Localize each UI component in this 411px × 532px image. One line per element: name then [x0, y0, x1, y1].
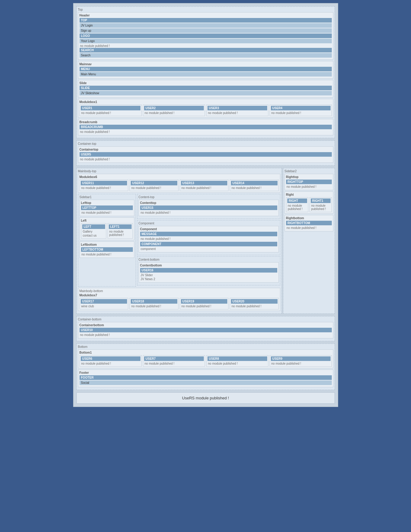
- user7-text: no module published !: [144, 362, 204, 366]
- footer-title: Footer: [80, 371, 332, 374]
- component-text: component: [140, 247, 277, 251]
- user6-bar: USER6: [81, 356, 140, 361]
- user7-cell: USER7 no module published !: [143, 355, 205, 367]
- mainbody-top-row: Mainbody-top Modulebox6 USER11 no module…: [76, 168, 335, 314]
- containertop-title: Containertop: [80, 148, 332, 151]
- left-cell: LEFT Gallery contact us: [81, 223, 106, 239]
- user8-cell: USER8 no module published !: [206, 355, 268, 367]
- left-box: Left LEFT Gallery contact us LEFT1 no mo…: [80, 217, 134, 240]
- user18-bar: USER18: [131, 299, 177, 304]
- search-text[interactable]: Search: [80, 53, 332, 58]
- user6-text: no module published !: [81, 362, 140, 366]
- sidebar1-label: Sidebar1: [80, 195, 134, 199]
- contenttop-box: Contenttop USER15 no module published !: [139, 200, 279, 216]
- right1-cell: RIGHT1 no module published !: [310, 197, 332, 212]
- right1-text: no module published !: [311, 204, 331, 211]
- footer-bar: FOOTER: [80, 375, 332, 380]
- rightbottom-text: no module published !: [286, 226, 332, 230]
- component-section: Component Component MESSAGE no module pu…: [137, 220, 280, 255]
- user13-bar: USER13: [181, 181, 228, 185]
- user19-cell: USER19 no module published !: [180, 298, 229, 309]
- user13-text: no module published !: [181, 186, 228, 190]
- user8-bar: USER8: [207, 356, 267, 361]
- user8-text: no module published !: [207, 362, 267, 366]
- user9-cell: USER9 no module published !: [270, 355, 332, 367]
- user1-bar: USER1: [81, 106, 140, 110]
- righttop-box: Righttop RIGHTTOP no module published !: [285, 174, 333, 190]
- user18-text: no module published !: [131, 304, 177, 308]
- left-item1[interactable]: Gallery: [82, 230, 105, 234]
- lefttop-box: Lefttop LEFTTOP no module published !: [80, 200, 134, 216]
- container-bottom-label: Container-bottom: [78, 318, 333, 321]
- sign-up[interactable]: Sign up: [80, 28, 332, 33]
- user16-item1: JV Slider: [140, 273, 277, 277]
- right-box: Right RIGHT no module published ! RIGHT1…: [285, 191, 333, 214]
- lefttop-title: Lefttop: [81, 201, 133, 205]
- leftbottom-bar: LEFTBOTTOM: [81, 247, 133, 252]
- slide-bar: SLIDE: [80, 86, 332, 90]
- container-top-label: Container-top: [78, 142, 333, 145]
- right-users-row: RIGHT no module published ! RIGHT1 no mo…: [286, 197, 332, 212]
- right-cell: RIGHT no module published !: [286, 197, 308, 212]
- user12-cell: USER12 no module published !: [129, 180, 179, 191]
- breadcrumb-text: no module published !: [80, 130, 332, 134]
- righttop-title: Righttop: [286, 175, 332, 179]
- jv-slideshow: JV Slideshow: [80, 91, 332, 95]
- user2-bar: USER2: [144, 106, 204, 110]
- left-item2[interactable]: contact us: [82, 234, 105, 237]
- header-title: Header: [80, 14, 332, 17]
- leftbottom-title: Leftbottom: [81, 243, 133, 246]
- left1-text: no module published !: [109, 230, 132, 237]
- user20-bar: USER20: [231, 299, 278, 304]
- top-section: Top Header TOP JV Login Sign up LOGO You…: [76, 6, 335, 138]
- containerbottom-title: Containerbottom: [80, 323, 332, 327]
- user18-cell: USER18 no module published !: [129, 298, 179, 309]
- righttop-text: no module published !: [286, 185, 332, 189]
- user5-text: no module published !: [80, 157, 332, 161]
- user11-text: no module published !: [81, 186, 127, 190]
- user14-text: no module published !: [231, 186, 278, 190]
- mainbody-bottom-label: Mainbody-bottom: [80, 289, 279, 293]
- search-bar: SEARCH: [80, 48, 332, 52]
- user3-cell: USER3 no module published !: [206, 105, 268, 116]
- user17-cell: USER17 wine club: [80, 298, 129, 309]
- bottom1-users-row: USER6 no module published ! USER7 no mod…: [80, 355, 332, 367]
- breadcrumb-title: Breadcrumb: [80, 120, 332, 124]
- rightbottom-box: Rightbottom RIGHTBOTTOM no module publis…: [285, 215, 333, 231]
- top-bar: TOP: [80, 18, 332, 23]
- slide-box: Slide SLIDE JV Slideshow: [78, 80, 333, 98]
- user16-bar: USER16: [140, 268, 277, 273]
- main-menu[interactable]: Main Menu: [80, 72, 332, 77]
- your-logo: Your Logo: [80, 39, 332, 43]
- rightbottom-bar: RIGHTBOTTOM: [286, 221, 332, 225]
- component-bar: COMPONENT: [140, 242, 277, 246]
- bottom1-box: Bottom1 USER6 no module published ! USER…: [78, 349, 333, 368]
- bottom1-title: Bottom1: [80, 351, 332, 354]
- user7-bar: USER7: [144, 356, 204, 361]
- user3-bar: USER3: [207, 106, 267, 110]
- containerbottom-box: Containerbottom USER10 no module publish…: [78, 322, 333, 338]
- contenttop-bar: Contenttop: [140, 201, 277, 205]
- leftbottom-text: no module published !: [81, 252, 133, 256]
- top-label: Top: [78, 8, 333, 11]
- logo-no-module: no module published !: [80, 44, 332, 48]
- mainbody-bottom-box: Mainbody-bottom Modulebox7 USER17 wine c…: [78, 288, 280, 311]
- jv-login[interactable]: JV Login: [80, 23, 332, 28]
- logo-bar: LOGO: [80, 34, 332, 38]
- right-bar: RIGHT: [287, 198, 307, 203]
- sidebar1-content-row: Sidebar1 Lefttop LEFTTOP no module publi…: [78, 194, 280, 287]
- right1-bar: RIGHT1: [311, 198, 331, 203]
- bottom-section: Bottom Bottom1 USER6 no module published…: [76, 344, 335, 390]
- mainnav-box: Mainnav MENU Main Menu: [78, 61, 333, 79]
- user15-text: no module published !: [140, 211, 277, 215]
- menu-bar: MENU: [80, 67, 332, 71]
- message-bar: MESSAGE: [140, 232, 277, 236]
- user20-cell: USER20 no module published !: [230, 298, 279, 309]
- modulebox6-title: Modulebox6: [80, 175, 279, 179]
- user2-cell: USER2 no module published !: [143, 105, 205, 116]
- user19-text: no module published !: [181, 304, 228, 308]
- user4-bar: USER4: [271, 106, 331, 110]
- header-box: Header TOP JV Login Sign up LOGO Your Lo…: [78, 12, 333, 60]
- righttop-bar: RIGHTTOP: [286, 180, 332, 184]
- user11-cell: USER11 no module published !: [80, 180, 129, 191]
